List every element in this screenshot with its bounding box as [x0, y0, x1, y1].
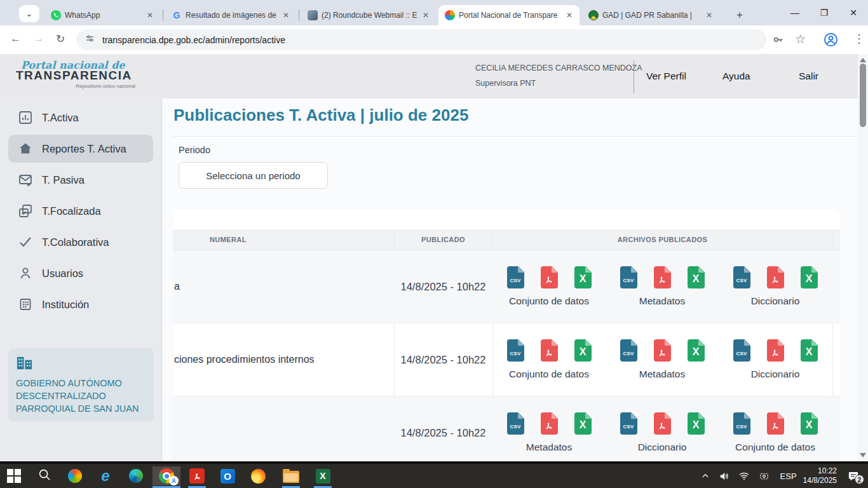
- csv-file-icon[interactable]: CSV: [733, 339, 750, 362]
- view-profile-link[interactable]: Ver Perfil: [646, 71, 686, 82]
- period-select[interactable]: Selecciona un periodo: [179, 162, 328, 189]
- browser-menu-icon[interactable]: ⋮: [853, 32, 865, 46]
- excel-file-icon[interactable]: X: [574, 339, 592, 362]
- file-explorer-button[interactable]: [277, 466, 305, 485]
- tab-close-icon[interactable]: ✕: [421, 11, 431, 20]
- tab-gad[interactable]: GAD | GAD PR Sabanilla | ✕: [582, 5, 719, 25]
- pdf-file-icon[interactable]: [767, 412, 784, 435]
- window-minimize-button[interactable]: —: [780, 0, 810, 25]
- csv-file-icon[interactable]: CSV: [507, 266, 524, 288]
- sidebar-item-label: T.Colaborativa: [42, 236, 109, 248]
- pdf-file-icon[interactable]: [654, 266, 671, 288]
- excel-file-icon[interactable]: X: [688, 266, 705, 288]
- file-group: CSV X Metadatos: [492, 412, 606, 453]
- tab-portal-active[interactable]: Portal Nacional de Transpare ✕: [438, 5, 580, 25]
- sidebar-item-usuarios[interactable]: Usuarios: [8, 259, 153, 287]
- tab-close-icon[interactable]: ✕: [564, 11, 574, 20]
- new-tab-button[interactable]: +: [729, 5, 749, 25]
- back-button[interactable]: ←: [10, 32, 21, 45]
- tab-close-icon[interactable]: ✕: [704, 11, 714, 20]
- pdf-file-icon[interactable]: [767, 339, 784, 362]
- scroll-up-icon[interactable]: [860, 58, 866, 62]
- bookmark-star-icon[interactable]: ☆: [795, 32, 806, 46]
- pdf-file-icon[interactable]: [541, 412, 558, 435]
- acrobat-button[interactable]: [183, 466, 211, 485]
- clock-date: 14/8/2025: [803, 476, 837, 485]
- tray-chevron-up-icon[interactable]: [701, 471, 710, 480]
- csv-file-icon[interactable]: CSV: [733, 266, 750, 288]
- excel-file-icon[interactable]: X: [574, 412, 592, 435]
- excel-button[interactable]: X: [309, 466, 337, 485]
- reload-button[interactable]: ↻: [56, 32, 65, 46]
- csv-file-icon[interactable]: CSV: [507, 339, 524, 362]
- csv-file-icon[interactable]: CSV: [620, 339, 637, 362]
- logout-link[interactable]: Salir: [799, 71, 818, 82]
- sidebar-item-t-colaborativa[interactable]: T.Colaborativa: [8, 228, 153, 256]
- csv-file-icon[interactable]: CSV: [620, 412, 637, 435]
- tab-roundcube[interactable]: (2) Roundcube Webmail :: En ✕: [301, 5, 436, 25]
- pdf-file-icon[interactable]: [541, 266, 558, 288]
- taskbar-search-button[interactable]: [31, 466, 58, 485]
- pdf-file-icon[interactable]: [541, 339, 558, 362]
- firefox-button[interactable]: [244, 466, 272, 485]
- cell-files: CSV X Metadatos CSV X Diccionario: [492, 412, 832, 453]
- excel-file-icon[interactable]: X: [574, 266, 592, 288]
- chrome-button[interactable]: [153, 466, 180, 485]
- csv-file-icon[interactable]: CSV: [733, 412, 750, 435]
- copilot-button[interactable]: [61, 466, 89, 485]
- institution-card[interactable]: GOBIERNO AUTÓNOMO DESCENTRALIZADO PARROQ…: [8, 348, 154, 421]
- wifi-icon[interactable]: [738, 470, 750, 482]
- screen-capture-icon[interactable]: [759, 471, 770, 482]
- scroll-down-icon[interactable]: [860, 453, 866, 458]
- star-glyph: ☆: [795, 32, 806, 46]
- language-indicator[interactable]: ESP: [780, 471, 797, 481]
- sidebar-item-t-pasiva[interactable]: T. Pasiva: [8, 166, 153, 194]
- page-scrollbar[interactable]: [858, 54, 868, 461]
- profile-avatar-icon[interactable]: [824, 32, 838, 50]
- tab-whatsapp[interactable]: WhatsApp ✕: [44, 5, 160, 25]
- scrollbar-thumb[interactable]: [860, 64, 866, 127]
- volume-icon[interactable]: [719, 471, 729, 482]
- taskbar-clock[interactable]: 10:22 14/8/2025: [803, 466, 837, 485]
- csv-label: CSV: [623, 351, 634, 356]
- window-close-button[interactable]: ✕: [839, 0, 868, 25]
- chevron-down-icon: ⌄: [26, 9, 33, 18]
- url-text[interactable]: transparencia.dpe.gob.ec/admin/reports/a…: [102, 35, 285, 45]
- file-group-label: Metadatos: [639, 369, 685, 380]
- csv-file-icon[interactable]: CSV: [620, 266, 637, 288]
- sidebar-item-t-activa[interactable]: T.Activa: [8, 104, 153, 132]
- forward-button[interactable]: →: [33, 32, 44, 45]
- outlook-button[interactable]: O: [214, 466, 241, 485]
- edge-button[interactable]: [122, 466, 150, 485]
- sidebar-item-t-focalizada[interactable]: T.Focalizada: [8, 197, 153, 225]
- excel-file-icon[interactable]: X: [801, 339, 818, 362]
- excel-file-icon[interactable]: X: [801, 266, 818, 288]
- tab-google-images[interactable]: G Resultado de imágenes de G ✕: [165, 5, 296, 25]
- tab-close-icon[interactable]: ✕: [145, 11, 155, 20]
- tab-title: WhatsApp: [65, 11, 141, 20]
- window-maximize-button[interactable]: ❐: [810, 0, 839, 25]
- tab-close-icon[interactable]: ✕: [281, 11, 291, 20]
- internet-explorer-button[interactable]: e: [92, 466, 119, 485]
- sidebar-item-reportes-t-activa[interactable]: Reportes T. Activa: [8, 135, 153, 163]
- cell-files: CSV X Conjunto de datos CSV X Metadatos: [492, 266, 832, 307]
- site-header: Portal nacional de TRANSPARENCIA Reposit…: [0, 54, 858, 98]
- tab-search-button[interactable]: ⌄: [19, 5, 39, 22]
- notification-center-icon[interactable]: 2: [848, 470, 859, 482]
- excel-file-icon[interactable]: X: [688, 339, 705, 362]
- tune-icon[interactable]: [85, 34, 95, 46]
- windows-logo-icon: [7, 469, 21, 483]
- passwords-key-icon[interactable]: [772, 34, 784, 48]
- help-link[interactable]: Ayuda: [722, 71, 750, 82]
- pdf-file-icon[interactable]: [654, 412, 671, 435]
- table-row: 14/8/2025 - 10h22 CSV X Metadatos CSV: [173, 396, 840, 463]
- address-bar[interactable]: transparencia.dpe.gob.ec/admin/reports/a…: [76, 29, 766, 50]
- excel-file-icon[interactable]: X: [801, 412, 818, 435]
- excel-file-icon[interactable]: X: [688, 412, 705, 435]
- sidebar-item-institucion[interactable]: Institución: [8, 290, 153, 318]
- pdf-file-icon[interactable]: [767, 266, 784, 288]
- pdf-file-icon[interactable]: [654, 339, 671, 362]
- start-button[interactable]: [0, 466, 28, 485]
- csv-file-icon[interactable]: CSV: [507, 412, 524, 435]
- excel-label: X: [693, 273, 700, 285]
